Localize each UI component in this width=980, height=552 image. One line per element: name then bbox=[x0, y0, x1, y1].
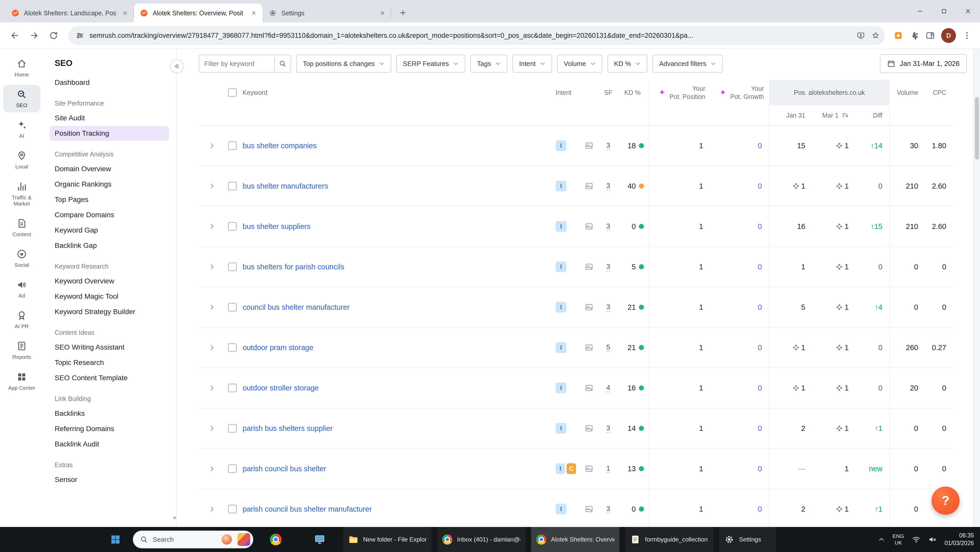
row-checkbox[interactable] bbox=[228, 303, 237, 311]
row-expand-button[interactable] bbox=[199, 126, 225, 166]
keyword-link[interactable]: outdoor pram storage bbox=[243, 343, 313, 352]
sidebar-item-position-tracking[interactable]: Position Tracking bbox=[49, 126, 169, 141]
sf-link[interactable]: 1 bbox=[606, 464, 610, 473]
serp-features-icon[interactable] bbox=[585, 343, 593, 352]
sf-link[interactable]: 5 bbox=[606, 343, 610, 352]
sf-link[interactable]: 3 bbox=[606, 182, 610, 190]
row-checkbox[interactable] bbox=[228, 424, 237, 433]
sidebar-item-sensor[interactable]: Sensor bbox=[49, 472, 169, 487]
rail-item-ai-pr[interactable]: AI PR bbox=[3, 306, 40, 333]
sidebar-item-topic-research[interactable]: Topic Research bbox=[49, 355, 169, 370]
column-header-keyword[interactable]: Keyword bbox=[240, 80, 549, 105]
address-bar[interactable]: semrush.com/tracking/overview/27918477_3… bbox=[68, 26, 885, 45]
row-checkbox[interactable] bbox=[228, 464, 237, 473]
help-chat-button[interactable]: ? bbox=[931, 487, 959, 515]
taskbar-app-alotek-shelters-overvie[interactable]: Alotek Shelters: Overvie bbox=[531, 527, 619, 552]
keyword-link[interactable]: bus shelter companies bbox=[243, 142, 317, 150]
row-expand-button[interactable] bbox=[199, 287, 225, 327]
wifi-icon[interactable] bbox=[912, 535, 921, 544]
browser-tab-alotek-shelters-overview-posit[interactable]: Alotek Shelters: Overview, Posit bbox=[134, 3, 262, 22]
filter-dropdown-kd[interactable]: KD % bbox=[608, 55, 647, 73]
sidebar-item-seo-writing-assistant[interactable]: SEO Writing Assistant bbox=[49, 340, 169, 355]
sf-link[interactable]: 3 bbox=[606, 505, 610, 514]
sidebar-item-seo-content-template[interactable]: SEO Content Template bbox=[49, 370, 169, 385]
keyword-link[interactable]: parish council bus shelter manufacturer bbox=[243, 505, 372, 514]
rail-item-content[interactable]: Content bbox=[3, 214, 40, 241]
search-highlight-icon[interactable] bbox=[222, 534, 232, 545]
serp-features-icon[interactable] bbox=[585, 464, 593, 473]
row-expand-button[interactable] bbox=[199, 408, 225, 448]
scrollbar-thumb[interactable] bbox=[975, 97, 979, 160]
filter-dropdown-intent[interactable]: Intent bbox=[512, 55, 552, 73]
keyword-link[interactable]: bus shelters for parish councils bbox=[243, 263, 344, 271]
sf-link[interactable]: 3 bbox=[606, 424, 610, 433]
row-expand-button[interactable] bbox=[199, 449, 225, 489]
browser-tab-alotek-shelters-landscape-pos[interactable]: Alotek Shelters: Landscape, Pos bbox=[5, 3, 134, 22]
volume-muted-icon[interactable] bbox=[928, 535, 937, 544]
subheader-diff[interactable]: Diff bbox=[856, 105, 889, 125]
column-header-volume[interactable]: Volume bbox=[889, 80, 925, 105]
window-minimize-button[interactable] bbox=[908, 0, 932, 22]
sidebar-item-keyword-gap[interactable]: Keyword Gap bbox=[49, 223, 169, 238]
search-visual-icon[interactable] bbox=[237, 533, 250, 546]
keyword-link[interactable]: outdoor stroller storage bbox=[243, 384, 319, 392]
column-header-pot-growth[interactable]: YourPot. Growth bbox=[710, 80, 769, 105]
serp-features-icon[interactable] bbox=[585, 222, 593, 231]
profile-avatar[interactable]: D bbox=[941, 28, 956, 43]
sidebar-item-site-audit[interactable]: Site Audit bbox=[49, 111, 169, 126]
filter-dropdown-advanced-filters[interactable]: Advanced filters bbox=[652, 55, 722, 73]
taskbar-app-inbox-401-damian-c[interactable]: Inbox (401) - damian@c bbox=[437, 527, 525, 552]
back-button[interactable] bbox=[6, 27, 24, 44]
row-expand-button[interactable] bbox=[199, 166, 225, 206]
serp-features-icon[interactable] bbox=[585, 384, 593, 392]
sidebar-item-backlink-audit[interactable]: Backlink Audit bbox=[49, 437, 169, 451]
page-scrollbar[interactable] bbox=[974, 49, 980, 527]
forward-button[interactable] bbox=[25, 27, 43, 44]
column-header-pot-position[interactable]: YourPot. Position bbox=[649, 80, 710, 105]
serp-features-icon[interactable] bbox=[585, 141, 593, 150]
subheader-mar1[interactable]: Mar 1 bbox=[813, 105, 856, 125]
serp-features-icon[interactable] bbox=[585, 262, 593, 271]
site-info-icon[interactable] bbox=[76, 31, 84, 40]
keyword-filter-search-button[interactable] bbox=[274, 55, 291, 73]
sidebar-item-organic-rankings[interactable]: Organic Rankings bbox=[49, 177, 169, 191]
row-checkbox[interactable] bbox=[228, 141, 237, 150]
filter-dropdown-volume[interactable]: Volume bbox=[557, 55, 602, 73]
date-range-picker[interactable]: Jan 31-Mar 1, 2026 bbox=[880, 54, 967, 73]
sf-link[interactable]: 3 bbox=[606, 222, 610, 231]
sidebar-item-domain-overview[interactable]: Domain Overview bbox=[49, 161, 169, 176]
install-app-icon[interactable] bbox=[856, 31, 865, 40]
filter-dropdown-top-positions-changes[interactable]: Top positions & changes bbox=[296, 55, 391, 73]
sf-link[interactable]: 3 bbox=[606, 263, 610, 271]
bookmark-star-icon[interactable] bbox=[871, 31, 880, 40]
column-header-cpc[interactable]: CPC bbox=[925, 80, 953, 105]
select-all-checkbox[interactable] bbox=[228, 88, 237, 97]
taskbar-search[interactable]: Search bbox=[133, 531, 253, 549]
language-indicator[interactable]: ENG UK bbox=[892, 533, 904, 546]
serp-features-icon[interactable] bbox=[585, 424, 593, 433]
side-panel-icon[interactable] bbox=[925, 31, 935, 40]
sidebar-scroll-down-arrow[interactable] bbox=[173, 517, 177, 520]
sidebar-item-keyword-strategy-builder[interactable]: Keyword Strategy Builder bbox=[49, 305, 169, 319]
sidebar-collapse-button[interactable] bbox=[170, 59, 184, 73]
sf-link[interactable]: 3 bbox=[606, 303, 610, 311]
column-header-kd[interactable]: KD % bbox=[616, 80, 649, 105]
new-tab-button[interactable] bbox=[395, 5, 410, 21]
row-checkbox[interactable] bbox=[228, 384, 237, 392]
sidebar-item-keyword-magic-tool[interactable]: Keyword Magic Tool bbox=[49, 289, 169, 304]
row-expand-button[interactable] bbox=[199, 368, 225, 408]
sf-link[interactable]: 4 bbox=[606, 384, 610, 392]
filter-dropdown-serp-features[interactable]: SERP Features bbox=[396, 55, 465, 73]
taskbar-chrome-icon[interactable] bbox=[264, 527, 287, 552]
tab-close-icon[interactable] bbox=[249, 8, 258, 18]
keyword-link[interactable]: parish bus shelters supplier bbox=[243, 424, 333, 433]
row-expand-button[interactable] bbox=[199, 247, 225, 287]
subheader-jan31[interactable]: Jan 31 bbox=[769, 105, 813, 125]
serp-features-icon[interactable] bbox=[585, 303, 593, 311]
filter-dropdown-tags[interactable]: Tags bbox=[470, 55, 508, 73]
browser-menu-icon[interactable] bbox=[962, 31, 972, 40]
window-maximize-button[interactable] bbox=[932, 0, 956, 22]
row-checkbox[interactable] bbox=[228, 222, 237, 231]
row-checkbox[interactable] bbox=[228, 262, 237, 271]
browser-tab-settings[interactable]: Settings bbox=[262, 3, 391, 22]
